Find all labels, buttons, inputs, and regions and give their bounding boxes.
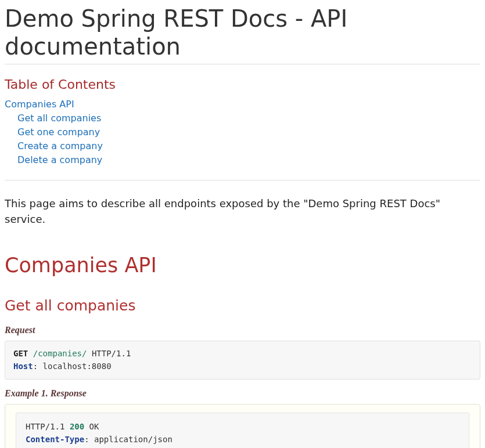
section-title: Companies API — [5, 250, 480, 281]
response-label: Example 1. Response — [5, 386, 480, 400]
status-code: 200 — [70, 422, 84, 431]
toc: Table of Contents Companies API Get all … — [5, 75, 480, 180]
request-path: /companies/ — [33, 349, 87, 358]
page-title: Demo Spring REST Docs - API documentatio… — [5, 5, 480, 64]
http-method: GET — [13, 349, 28, 358]
toc-link-get-all[interactable]: Get all companies — [17, 113, 101, 124]
status-text: OK — [89, 422, 99, 431]
request-label: Request — [5, 323, 480, 337]
host-value: localhost:8080 — [43, 362, 112, 371]
response-code-block: HTTP/1.1 200 OK Content-Type: applicatio… — [16, 413, 469, 448]
toc-link-companies-api[interactable]: Companies API — [5, 99, 74, 110]
host-header: Host — [13, 362, 33, 371]
content-type-header: Content-Type — [26, 435, 84, 444]
toc-nav: Companies API Get all companies Get one … — [5, 97, 480, 167]
content-type-value: application/json — [94, 435, 173, 444]
intro-paragraph: This page aims to describe all endpoints… — [5, 196, 480, 227]
request-code-block: GET /companies/ HTTP/1.1 Host: localhost… — [5, 341, 480, 380]
resp-http-version: HTTP/1.1 — [26, 422, 64, 431]
toc-link-get-one[interactable]: Get one company — [17, 127, 100, 138]
toc-link-create[interactable]: Create a company — [17, 140, 103, 151]
subsection-title: Get all companies — [5, 295, 480, 317]
toc-link-delete[interactable]: Delete a company — [17, 154, 102, 165]
response-example-box: HTTP/1.1 200 OK Content-Type: applicatio… — [5, 404, 480, 448]
toc-heading: Table of Contents — [5, 75, 480, 94]
http-version: HTTP/1.1 — [92, 349, 131, 358]
